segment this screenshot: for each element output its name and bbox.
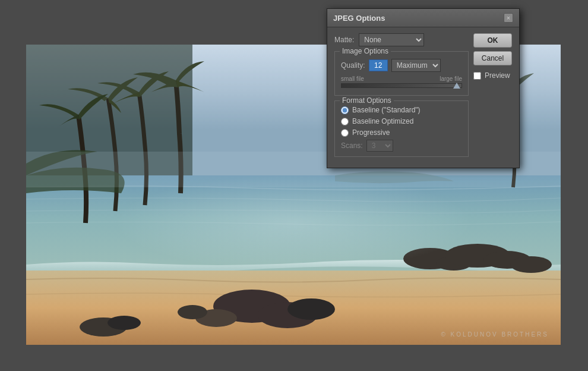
format-options-group: Format Options Baseline ("Standard") Bas… xyxy=(334,100,469,157)
radio-baseline-standard-label: Baseline ("Standard") xyxy=(352,106,421,114)
quality-select[interactable]: Maximum High Medium Low xyxy=(391,59,441,72)
radio-baseline-standard[interactable] xyxy=(341,106,349,114)
svg-point-16 xyxy=(108,316,141,330)
radio-progressive[interactable] xyxy=(341,129,349,137)
scans-row: Scans: 3 4 5 xyxy=(341,140,462,152)
svg-point-18 xyxy=(115,175,472,271)
dialog-titlebar: JPEG Options × xyxy=(327,9,519,27)
svg-point-14 xyxy=(178,305,207,319)
quality-row: Quality: Maximum High Medium Low xyxy=(341,59,462,72)
radio-baseline-optimized-row: Baseline Optimized xyxy=(341,117,462,125)
ok-button[interactable]: OK xyxy=(473,33,512,48)
cancel-button[interactable]: Cancel xyxy=(473,51,512,65)
preview-label: Preview xyxy=(485,71,510,80)
radio-baseline-optimized-label: Baseline Optimized xyxy=(352,117,413,125)
slider-labels: small file large file xyxy=(341,76,462,82)
quality-slider-container: small file large file xyxy=(341,76,462,88)
radio-baseline-optimized[interactable] xyxy=(341,118,349,125)
dialog-title: JPEG Options xyxy=(333,14,385,23)
svg-point-12 xyxy=(287,298,335,320)
matte-select[interactable]: None White Black xyxy=(359,33,424,46)
dialog-actions: OK Cancel Preview xyxy=(473,33,512,162)
radio-baseline-standard-row: Baseline ("Standard") xyxy=(341,106,462,114)
quality-input[interactable] xyxy=(369,59,388,71)
scans-select[interactable]: 3 4 5 xyxy=(366,140,393,152)
matte-row: Matte: None White Black xyxy=(334,33,469,46)
slider-max-label: large file xyxy=(440,76,462,82)
close-button[interactable]: × xyxy=(504,13,513,23)
slider-thumb[interactable] xyxy=(453,83,460,89)
image-options-label: Image Options xyxy=(340,47,391,55)
slider-min-label: small file xyxy=(341,76,364,82)
scans-label: Scans: xyxy=(341,142,363,150)
jpeg-options-dialog: JPEG Options × Matte: None White Black I… xyxy=(327,8,520,168)
dialog-controls: Matte: None White Black Image Options Qu… xyxy=(334,33,469,162)
radio-progressive-row: Progressive xyxy=(341,128,462,137)
preview-checkbox[interactable] xyxy=(473,72,481,80)
workspace: © KOLDUNOV BROTHERS JPEG Options × Matte… xyxy=(0,0,588,371)
quality-label: Quality: xyxy=(341,61,365,70)
radio-progressive-label: Progressive xyxy=(352,128,390,137)
format-options-label: Format Options xyxy=(340,96,394,105)
quality-slider[interactable] xyxy=(341,83,462,88)
dialog-body: Matte: None White Black Image Options Qu… xyxy=(327,27,519,168)
preview-row: Preview xyxy=(473,71,512,80)
matte-label: Matte: xyxy=(334,36,354,44)
watermark-text: © KOLDUNOV BROTHERS xyxy=(441,331,549,338)
svg-point-9 xyxy=(510,256,552,273)
image-options-group: Image Options Quality: Maximum High Medi… xyxy=(334,51,469,96)
